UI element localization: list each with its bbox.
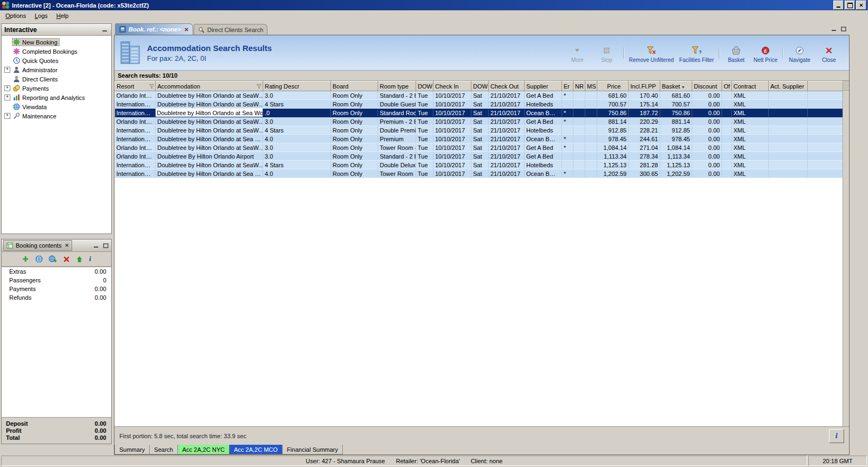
- booking-contents-row[interactable]: Passengers0: [2, 276, 111, 285]
- sidebar-item-reporting-and-analytics[interactable]: +Reporting and Analytics: [2, 93, 111, 102]
- result-row[interactable]: Orlando Int…Doubletree by Hilton Orlando…: [115, 117, 843, 126]
- result-row[interactable]: Orlando Int…Doubletree by Hilton Orlando…: [115, 143, 843, 152]
- promote-icon[interactable]: [76, 256, 83, 263]
- cell-filler: [808, 161, 843, 169]
- world-add-icon[interactable]: [49, 255, 57, 263]
- person-orange-icon: [13, 75, 20, 83]
- tab-close-icon[interactable]: ✕: [184, 27, 189, 33]
- col-dow[interactable]: DOW: [416, 81, 433, 91]
- sidebar-item-new-booking[interactable]: +New Booking: [2, 37, 111, 47]
- col-discount[interactable]: Discount: [692, 81, 722, 91]
- tab-direct-clients-search[interactable]: Direct Clients Search: [194, 24, 267, 35]
- menu-help[interactable]: Help: [52, 11, 73, 20]
- cell-price: 912.85: [597, 126, 629, 135]
- sidebar-item-payments[interactable]: +Payments: [2, 84, 111, 93]
- filter-icon[interactable]: [149, 84, 154, 90]
- info-icon[interactable]: i: [89, 255, 91, 263]
- filter-icon[interactable]: [257, 84, 261, 90]
- result-row[interactable]: Orlando Int…Doubletree by Hilton Orlando…: [115, 91, 843, 100]
- add-icon[interactable]: [22, 255, 29, 263]
- maximize-view-button[interactable]: [839, 26, 847, 33]
- result-row[interactable]: Internation…Doubletree by Hilton Orlando…: [115, 161, 843, 169]
- close-button[interactable]: ✕: [856, 1, 866, 10]
- tool-remove-unfiltered[interactable]: Remove Unfiltered: [626, 43, 676, 63]
- result-row[interactable]: Internation…Doubletree by Hilton Orlando…: [115, 109, 843, 117]
- col-contract[interactable]: Contract: [732, 81, 769, 91]
- panel-minimize-button[interactable]: [92, 242, 100, 249]
- cell-supplier: Get A Bed: [525, 91, 562, 100]
- col-incl-fl-pp[interactable]: Incl.Fl.PP: [629, 81, 660, 91]
- bottom-tab-financial-summary[interactable]: Financial Summary: [282, 445, 343, 455]
- sidebar-item-viewdata[interactable]: +Viewdata: [2, 102, 111, 111]
- total-label: Profit: [6, 427, 22, 434]
- col-act-supplier[interactable]: Act. Supplier: [769, 81, 808, 91]
- col-supplier[interactable]: Supplier: [525, 81, 562, 91]
- col-room-type[interactable]: Room type: [378, 81, 416, 91]
- result-row[interactable]: Internation…Doubletree by Hilton Orlando…: [115, 135, 843, 143]
- sidebar-item-label: Maintenance: [22, 113, 56, 119]
- bottom-tab-acc-2a-2c-nyc[interactable]: Acc 2A,2C NYC: [177, 445, 229, 455]
- booking-contents-row[interactable]: Extras0.00: [2, 267, 111, 276]
- menu-options[interactable]: Options: [1, 11, 30, 20]
- col-check-in[interactable]: Check In: [433, 81, 471, 91]
- sidebar-item-administrator[interactable]: +Administrator: [2, 65, 111, 74]
- col-dow[interactable]: DOW: [471, 81, 489, 91]
- tool-facilities-filter[interactable]: ?Facilities Filter: [676, 43, 717, 63]
- cell-act-supplier: [769, 135, 808, 143]
- col-board[interactable]: Board: [331, 81, 378, 91]
- panel-maximize-button[interactable]: [101, 242, 110, 249]
- menu-logs[interactable]: Logs: [30, 11, 52, 20]
- booking-contents-row[interactable]: Refunds0.00: [2, 293, 111, 302]
- col-of[interactable]: Of: [722, 81, 732, 91]
- titlebar[interactable]: Interactive [2] - Ocean-Florida (code: x…: [0, 0, 868, 10]
- expand-plus-icon[interactable]: +: [4, 67, 10, 73]
- tab-book-ref-none[interactable]: Book. ref.: <none>✕: [115, 23, 193, 35]
- minimize-button[interactable]: [833, 1, 844, 10]
- tool-close[interactable]: Close: [814, 43, 844, 63]
- expand-plus-icon[interactable]: +: [4, 85, 10, 91]
- col-check-out[interactable]: Check Out: [489, 81, 525, 91]
- col-er[interactable]: Er: [562, 81, 573, 91]
- delete-icon[interactable]: [63, 256, 70, 263]
- status-retailer: Retailer: 'Ocean-Florida': [396, 458, 460, 464]
- expand-plus-icon[interactable]: +: [4, 113, 10, 119]
- vertical-scrollbar[interactable]: [843, 81, 849, 426]
- result-row[interactable]: Orlando Int…Doubletree By Hilton Orlando…: [115, 152, 843, 161]
- booking-contents-tab[interactable]: Booking contents ✕: [3, 240, 72, 251]
- col-accommodation[interactable]: Accommodation: [156, 81, 263, 91]
- tool-nett-price[interactable]: £Nett Price: [751, 43, 780, 63]
- maximize-button[interactable]: [845, 1, 855, 10]
- col-rating-descr[interactable]: Rating Descr: [263, 81, 331, 91]
- inline-edit-box[interactable]: Doubletree by Hilton Orlando at Sea Worl…: [156, 109, 263, 117]
- col-resort[interactable]: Resort: [115, 81, 156, 91]
- world-icon[interactable]: [35, 255, 43, 263]
- booking-contents-row[interactable]: Payments0.00: [2, 285, 111, 293]
- panel-minimize-icon[interactable]: [101, 27, 108, 33]
- cell-incl-fl-pp: 300.65: [629, 169, 660, 178]
- result-row[interactable]: Internation…Doubletree by Hilton Orlando…: [115, 169, 843, 178]
- cell-dow: Tue: [416, 152, 433, 161]
- sidebar-item-maintenance[interactable]: +Maintenance: [2, 111, 111, 121]
- sidebar-item-direct-clients[interactable]: +Direct Clients: [2, 74, 111, 84]
- cell-discount: 0.00: [692, 109, 722, 117]
- info-button[interactable]: i: [829, 429, 844, 443]
- pax-subtitle: For pax: 2A, 2C, 0I: [147, 54, 272, 62]
- tool-basket[interactable]: Basket: [722, 43, 751, 63]
- col-price[interactable]: Price: [597, 81, 629, 91]
- result-row[interactable]: Internation…Doubletree by Hilton Orlando…: [115, 100, 843, 109]
- bottom-tab-acc-2a-2c-mco[interactable]: Acc 2A,2C MCO: [229, 445, 283, 455]
- minimize-view-button[interactable]: [829, 26, 838, 33]
- col-nr[interactable]: NR: [573, 81, 585, 91]
- bottom-tab-search[interactable]: Search: [149, 445, 178, 455]
- expand-plus-icon[interactable]: +: [4, 94, 10, 100]
- col-ms[interactable]: MS: [585, 81, 597, 91]
- sidebar-item-completed-bookings[interactable]: +Completed Bookings: [2, 47, 111, 56]
- status-user: User: 427 - Shamaura Prause: [306, 458, 385, 464]
- tool-navigate[interactable]: Navigate: [785, 43, 814, 63]
- close-panel-icon[interactable]: ✕: [65, 243, 69, 248]
- result-row[interactable]: Internation…Doubletree by Hilton Orlando…: [115, 126, 843, 135]
- cell-act-supplier: [769, 143, 808, 152]
- sidebar-item-quick-quotes[interactable]: +Quick Quotes: [2, 56, 111, 65]
- col-basket[interactable]: Basket▼: [660, 81, 692, 91]
- bottom-tab-summary[interactable]: Summary: [114, 445, 150, 455]
